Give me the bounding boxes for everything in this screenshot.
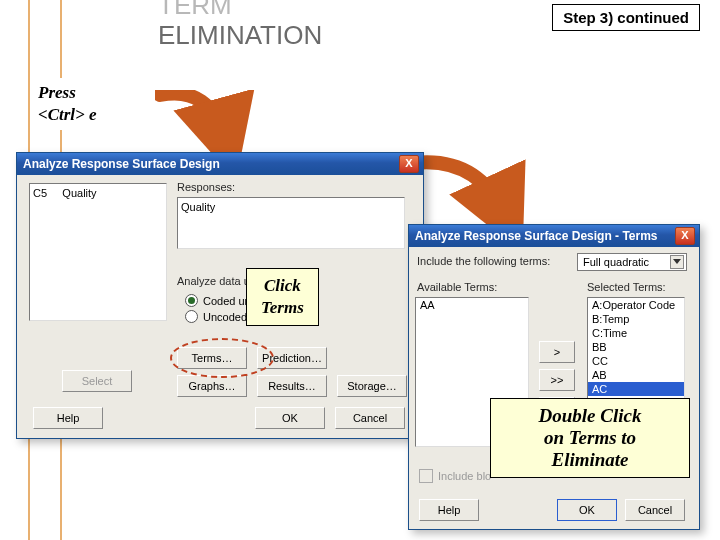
dialog1-title: Analyze Response Surface Design [23,157,399,171]
ok-button[interactable]: OK [255,407,325,429]
slide-title: TERM ELIMINATION [158,0,322,50]
list-item[interactable]: CC [588,354,684,368]
click-terms-callout: Click Terms [246,268,319,326]
dialog-terms: Analyze Response Surface Design - Terms … [408,224,700,530]
results-button[interactable]: Results… [257,375,327,397]
terms-button-highlight [170,338,274,378]
list-item[interactable]: AB [588,368,684,382]
selected-terms-label: Selected Terms: [587,281,666,293]
list-item[interactable]: AA [416,298,528,312]
ok-button[interactable]: OK [557,499,617,521]
chevron-down-icon [673,259,681,264]
list-item[interactable]: B:Temp [588,312,684,326]
dialog2-titlebar[interactable]: Analyze Response Surface Design - Terms … [409,225,699,247]
press-ctrl-e-label: Press <Ctrl> e [30,78,105,130]
include-terms-dropdown[interactable]: Full quadratic [577,253,687,271]
variable-list-row: C5 Quality [33,187,163,199]
curved-arrow-to-dialog1 [155,90,255,160]
available-terms-label: Available Terms: [417,281,497,293]
dialog1-titlebar[interactable]: Analyze Response Surface Design X [17,153,423,175]
double-click-callout: Double Click on Terms to Eliminate [490,398,690,478]
responses-textarea[interactable]: Quality [177,197,405,249]
list-item[interactable]: A:Operator Code [588,298,684,312]
variable-list[interactable]: C5 Quality [29,183,167,321]
dialog2-title: Analyze Response Surface Design - Terms [415,229,675,243]
close-icon[interactable]: X [399,155,419,173]
include-terms-label: Include the following terms: [417,255,550,267]
storage-button[interactable]: Storage… [337,375,407,397]
list-item[interactable]: C:Time [588,326,684,340]
help-button[interactable]: Help [419,499,479,521]
close-icon[interactable]: X [675,227,695,245]
graphs-button[interactable]: Graphs… [177,375,247,397]
help-button[interactable]: Help [33,407,103,429]
title-line1: TERM [158,0,322,20]
list-item[interactable]: AC [588,382,684,396]
move-all-right-button[interactable]: >> [539,369,575,391]
radio-dot-icon [185,294,198,307]
title-line2: ELIMINATION [158,20,322,50]
list-item[interactable]: BB [588,340,684,354]
cancel-button[interactable]: Cancel [335,407,405,429]
responses-label: Responses: [177,181,235,193]
step-badge: Step 3) continued [552,4,700,31]
include-blocks-checkbox [419,469,433,483]
radio-dot-icon [185,310,198,323]
cancel-button[interactable]: Cancel [625,499,685,521]
include-blocks-label: Include blo [438,470,491,482]
move-right-button[interactable]: > [539,341,575,363]
select-button: Select [62,370,132,392]
dialog-analyze-response-surface: Analyze Response Surface Design X C5 Qua… [16,152,424,439]
